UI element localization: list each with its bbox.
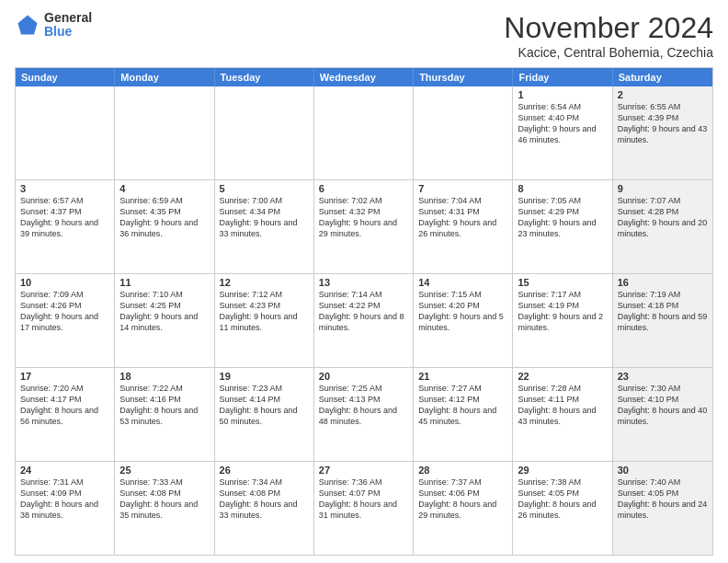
day-info: Sunrise: 7:05 AM Sunset: 4:29 PM Dayligh… xyxy=(518,195,607,240)
calendar-row-4: 24Sunrise: 7:31 AM Sunset: 4:09 PM Dayli… xyxy=(16,462,712,555)
day-info: Sunrise: 7:20 AM Sunset: 4:17 PM Dayligh… xyxy=(20,383,109,428)
logo-text: General Blue xyxy=(44,11,92,40)
day-number: 29 xyxy=(518,465,607,476)
day-info: Sunrise: 7:25 AM Sunset: 4:13 PM Dayligh… xyxy=(319,383,408,428)
calendar-cell-22: 22Sunrise: 7:28 AM Sunset: 4:11 PM Dayli… xyxy=(513,368,612,461)
day-info: Sunrise: 7:00 AM Sunset: 4:34 PM Dayligh… xyxy=(220,195,309,240)
header-cell-friday: Friday xyxy=(513,68,612,86)
day-number: 26 xyxy=(220,465,309,476)
day-info: Sunrise: 7:33 AM Sunset: 4:08 PM Dayligh… xyxy=(119,477,209,522)
day-info: Sunrise: 7:34 AM Sunset: 4:08 PM Dayligh… xyxy=(220,477,309,522)
day-info: Sunrise: 6:55 AM Sunset: 4:39 PM Dayligh… xyxy=(618,101,708,146)
calendar-cell-9: 9Sunrise: 7:07 AM Sunset: 4:28 PM Daylig… xyxy=(613,180,712,273)
calendar-cell-5: 5Sunrise: 7:00 AM Sunset: 4:34 PM Daylig… xyxy=(215,180,314,273)
day-number: 6 xyxy=(319,183,408,194)
calendar: SundayMondayTuesdayWednesdayThursdayFrid… xyxy=(15,67,713,556)
calendar-cell-11: 11Sunrise: 7:10 AM Sunset: 4:25 PM Dayli… xyxy=(115,274,214,367)
calendar-cell-18: 18Sunrise: 7:22 AM Sunset: 4:16 PM Dayli… xyxy=(115,368,214,461)
calendar-cell-12: 12Sunrise: 7:12 AM Sunset: 4:23 PM Dayli… xyxy=(215,274,314,367)
day-info: Sunrise: 7:36 AM Sunset: 4:07 PM Dayligh… xyxy=(319,477,408,522)
day-info: Sunrise: 7:40 AM Sunset: 4:05 PM Dayligh… xyxy=(618,477,708,522)
calendar-body: 1Sunrise: 6:54 AM Sunset: 4:40 PM Daylig… xyxy=(16,86,712,555)
calendar-cell-empty-0-2 xyxy=(215,86,314,179)
header-cell-sunday: Sunday xyxy=(16,68,115,86)
logo-blue: Blue xyxy=(44,25,92,39)
day-number: 9 xyxy=(618,183,708,194)
calendar-row-1: 3Sunrise: 6:57 AM Sunset: 4:37 PM Daylig… xyxy=(16,180,712,274)
header-cell-saturday: Saturday xyxy=(613,68,712,86)
header-cell-monday: Monday xyxy=(115,68,214,86)
day-info: Sunrise: 7:02 AM Sunset: 4:32 PM Dayligh… xyxy=(319,195,408,240)
day-info: Sunrise: 7:28 AM Sunset: 4:11 PM Dayligh… xyxy=(518,383,607,428)
day-info: Sunrise: 7:30 AM Sunset: 4:10 PM Dayligh… xyxy=(618,383,708,428)
calendar-cell-empty-0-0 xyxy=(16,86,115,179)
day-info: Sunrise: 7:23 AM Sunset: 4:14 PM Dayligh… xyxy=(220,383,309,428)
calendar-cell-13: 13Sunrise: 7:14 AM Sunset: 4:22 PM Dayli… xyxy=(314,274,414,367)
day-number: 14 xyxy=(418,277,507,288)
calendar-row-2: 10Sunrise: 7:09 AM Sunset: 4:26 PM Dayli… xyxy=(16,274,712,368)
day-info: Sunrise: 7:19 AM Sunset: 4:18 PM Dayligh… xyxy=(618,289,708,334)
calendar-cell-3: 3Sunrise: 6:57 AM Sunset: 4:37 PM Daylig… xyxy=(16,180,115,273)
day-number: 18 xyxy=(119,371,209,382)
header-cell-tuesday: Tuesday xyxy=(215,68,314,86)
calendar-cell-29: 29Sunrise: 7:38 AM Sunset: 4:05 PM Dayli… xyxy=(513,462,612,555)
day-info: Sunrise: 6:59 AM Sunset: 4:35 PM Dayligh… xyxy=(119,195,209,240)
calendar-cell-14: 14Sunrise: 7:15 AM Sunset: 4:20 PM Dayli… xyxy=(414,274,513,367)
calendar-cell-2: 2Sunrise: 6:55 AM Sunset: 4:39 PM Daylig… xyxy=(613,86,712,179)
logo-general: General xyxy=(44,11,92,25)
calendar-cell-15: 15Sunrise: 7:17 AM Sunset: 4:19 PM Dayli… xyxy=(513,274,612,367)
calendar-cell-20: 20Sunrise: 7:25 AM Sunset: 4:13 PM Dayli… xyxy=(314,368,414,461)
calendar-cell-7: 7Sunrise: 7:04 AM Sunset: 4:31 PM Daylig… xyxy=(414,180,513,273)
day-number: 5 xyxy=(220,183,309,194)
day-info: Sunrise: 7:31 AM Sunset: 4:09 PM Dayligh… xyxy=(20,477,109,522)
page: General Blue November 2024 Kacice, Centr… xyxy=(0,0,728,563)
calendar-cell-1: 1Sunrise: 6:54 AM Sunset: 4:40 PM Daylig… xyxy=(513,86,612,179)
calendar-row-3: 17Sunrise: 7:20 AM Sunset: 4:17 PM Dayli… xyxy=(16,368,712,462)
day-info: Sunrise: 7:10 AM Sunset: 4:25 PM Dayligh… xyxy=(119,289,209,334)
day-number: 21 xyxy=(418,371,507,382)
day-number: 22 xyxy=(518,371,607,382)
calendar-cell-empty-0-1 xyxy=(115,86,214,179)
day-number: 13 xyxy=(319,277,408,288)
calendar-cell-25: 25Sunrise: 7:33 AM Sunset: 4:08 PM Dayli… xyxy=(115,462,214,555)
calendar-cell-21: 21Sunrise: 7:27 AM Sunset: 4:12 PM Dayli… xyxy=(414,368,513,461)
day-number: 1 xyxy=(518,89,607,100)
header-cell-thursday: Thursday xyxy=(414,68,513,86)
day-number: 8 xyxy=(518,183,607,194)
title-block: November 2024 Kacice, Central Bohemia, C… xyxy=(504,11,713,60)
logo: General Blue xyxy=(15,11,92,40)
day-info: Sunrise: 7:04 AM Sunset: 4:31 PM Dayligh… xyxy=(418,195,507,240)
calendar-cell-6: 6Sunrise: 7:02 AM Sunset: 4:32 PM Daylig… xyxy=(314,180,414,273)
day-number: 3 xyxy=(20,183,109,194)
day-info: Sunrise: 7:22 AM Sunset: 4:16 PM Dayligh… xyxy=(119,383,209,428)
day-number: 30 xyxy=(618,465,708,476)
day-number: 23 xyxy=(618,371,708,382)
day-number: 15 xyxy=(518,277,607,288)
calendar-cell-10: 10Sunrise: 7:09 AM Sunset: 4:26 PM Dayli… xyxy=(16,274,115,367)
day-number: 25 xyxy=(119,465,209,476)
day-number: 28 xyxy=(418,465,507,476)
calendar-row-0: 1Sunrise: 6:54 AM Sunset: 4:40 PM Daylig… xyxy=(16,86,712,180)
calendar-cell-26: 26Sunrise: 7:34 AM Sunset: 4:08 PM Dayli… xyxy=(215,462,314,555)
calendar-cell-empty-0-3 xyxy=(314,86,414,179)
header: General Blue November 2024 Kacice, Centr… xyxy=(15,11,713,60)
calendar-cell-24: 24Sunrise: 7:31 AM Sunset: 4:09 PM Dayli… xyxy=(16,462,115,555)
day-info: Sunrise: 7:12 AM Sunset: 4:23 PM Dayligh… xyxy=(220,289,309,334)
day-info: Sunrise: 7:15 AM Sunset: 4:20 PM Dayligh… xyxy=(418,289,507,334)
day-info: Sunrise: 7:07 AM Sunset: 4:28 PM Dayligh… xyxy=(618,195,708,240)
day-info: Sunrise: 7:14 AM Sunset: 4:22 PM Dayligh… xyxy=(319,289,408,334)
logo-icon xyxy=(15,12,40,38)
calendar-cell-23: 23Sunrise: 7:30 AM Sunset: 4:10 PM Dayli… xyxy=(613,368,712,461)
calendar-cell-28: 28Sunrise: 7:37 AM Sunset: 4:06 PM Dayli… xyxy=(414,462,513,555)
svg-marker-0 xyxy=(18,16,38,35)
day-number: 20 xyxy=(319,371,408,382)
calendar-cell-4: 4Sunrise: 6:59 AM Sunset: 4:35 PM Daylig… xyxy=(115,180,214,273)
month-title: November 2024 xyxy=(504,11,713,45)
day-info: Sunrise: 7:37 AM Sunset: 4:06 PM Dayligh… xyxy=(418,477,507,522)
calendar-header: SundayMondayTuesdayWednesdayThursdayFrid… xyxy=(16,68,712,86)
day-number: 12 xyxy=(220,277,309,288)
day-number: 17 xyxy=(20,371,109,382)
day-info: Sunrise: 7:17 AM Sunset: 4:19 PM Dayligh… xyxy=(518,289,607,334)
day-info: Sunrise: 6:57 AM Sunset: 4:37 PM Dayligh… xyxy=(20,195,109,240)
day-info: Sunrise: 7:09 AM Sunset: 4:26 PM Dayligh… xyxy=(20,289,109,334)
